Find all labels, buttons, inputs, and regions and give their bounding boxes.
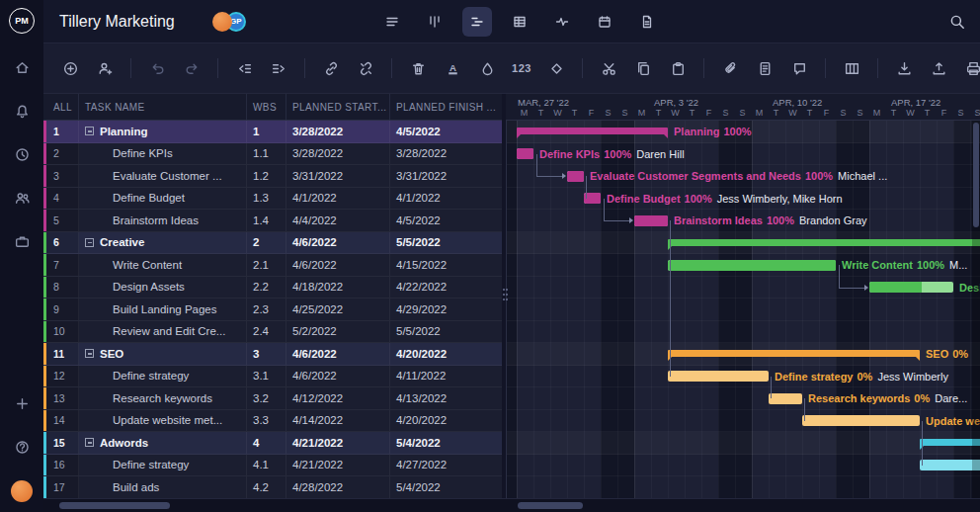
delete-icon[interactable]	[405, 55, 431, 81]
outdent-icon[interactable]	[231, 55, 257, 81]
wbs-cell: 1.1	[247, 143, 286, 165]
number-format-icon[interactable]: 123	[509, 55, 534, 81]
paste-icon[interactable]	[665, 55, 691, 81]
member-avatar[interactable]	[212, 12, 232, 32]
pane-splitter[interactable]	[502, 94, 506, 499]
table-row[interactable]: 4Define Budget1.34/1/20224/1/2022	[43, 188, 506, 211]
redo-icon[interactable]	[179, 55, 204, 81]
milestone-icon[interactable]	[543, 55, 569, 81]
table-row[interactable]: 6Creative24/6/20225/5/2022	[43, 232, 506, 255]
header-all[interactable]: ALL	[43, 94, 79, 120]
gantt-hscroll-thumb[interactable]	[518, 502, 583, 509]
activity-view-icon[interactable]	[547, 7, 577, 37]
table-row[interactable]: 9Build Landing Pages2.34/25/20224/29/202…	[43, 299, 506, 321]
notes-icon[interactable]	[752, 55, 777, 81]
task-bar[interactable]	[668, 371, 769, 382]
help-icon[interactable]	[10, 435, 34, 459]
add-task-icon[interactable]	[57, 55, 83, 81]
task-bar[interactable]	[517, 148, 533, 159]
dependency-line	[804, 398, 805, 421]
calendar-view-icon[interactable]	[590, 7, 619, 37]
table-row[interactable]: 16Define strategy4.14/21/20224/27/2022	[43, 455, 506, 477]
table-row[interactable]: 15Adwords44/21/20225/4/2022	[43, 432, 506, 455]
list-view-icon[interactable]	[377, 7, 407, 37]
summary-bar[interactable]	[920, 439, 980, 446]
summary-bar[interactable]	[668, 239, 980, 246]
team-icon[interactable]	[10, 186, 34, 210]
summary-bar[interactable]	[668, 350, 920, 357]
table-row[interactable]: 7Write Content2.14/6/20224/15/2022	[43, 254, 506, 277]
day-letter: W	[667, 108, 684, 118]
export-icon[interactable]	[926, 55, 951, 81]
header-task-name[interactable]: TASK NAME	[79, 94, 247, 120]
table-row[interactable]: 2Define KPIs1.13/28/20223/28/2022	[43, 143, 506, 166]
task-name-cell: Adwords	[79, 432, 247, 454]
print-icon[interactable]	[960, 55, 980, 81]
cut-icon[interactable]	[596, 55, 621, 81]
gantt-view-icon[interactable]	[462, 7, 492, 37]
task-bar[interactable]	[869, 282, 953, 293]
table-row[interactable]: 8Design Assets2.24/18/20224/22/2022	[43, 277, 506, 299]
collapse-icon[interactable]	[85, 349, 94, 358]
task-bar[interactable]	[634, 215, 668, 226]
row-number-cell: 9	[43, 299, 79, 320]
add-icon[interactable]	[10, 391, 34, 415]
summary-bar[interactable]	[517, 128, 668, 134]
collapse-icon[interactable]	[85, 238, 94, 247]
table-row[interactable]: 10Review and Edit Cre...2.45/2/20225/5/2…	[43, 321, 506, 344]
columns-icon[interactable]	[839, 55, 864, 81]
header-planned-finish[interactable]: PLANNED FINISH ...	[390, 94, 506, 120]
table-row[interactable]: 13Research keywords3.24/12/20224/13/2022	[43, 387, 506, 410]
task-bar[interactable]	[668, 260, 836, 271]
copy-icon[interactable]	[630, 55, 656, 81]
task-progress	[634, 215, 668, 226]
table-hscroll-thumb[interactable]	[59, 502, 170, 509]
task-progress	[668, 260, 836, 271]
comment-icon[interactable]	[786, 55, 812, 81]
home-icon[interactable]	[10, 55, 34, 79]
table-row[interactable]: 11SEO34/6/20224/20/2022	[43, 343, 506, 366]
table-row[interactable]: 12Define strategy3.14/6/20224/11/2022	[43, 366, 506, 388]
row-gridline	[507, 320, 980, 321]
import-icon[interactable]	[891, 55, 917, 81]
header-planned-start[interactable]: PLANNED START...	[286, 94, 390, 120]
user-avatar[interactable]	[11, 480, 33, 502]
files-view-icon[interactable]	[632, 7, 662, 37]
row-number-cell: 1	[43, 121, 79, 142]
task-bar[interactable]	[567, 171, 584, 182]
collapse-icon[interactable]	[85, 127, 94, 135]
search-icon[interactable]	[948, 13, 966, 31]
table-row[interactable]: 17Build ads4.24/28/20225/4/2022	[43, 476, 506, 499]
splitter-handle-icon[interactable]	[503, 289, 505, 291]
day-letter: F	[700, 108, 717, 118]
planned-finish-cell: 4/1/2022	[390, 188, 506, 210]
table-row[interactable]: 5Brainstorm Ideas1.44/4/20224/5/2022	[43, 210, 506, 232]
indent-icon[interactable]	[266, 55, 291, 81]
header-wbs[interactable]: WBS	[247, 94, 286, 120]
board-view-icon[interactable]	[420, 7, 449, 37]
unlink-tasks-icon[interactable]	[353, 55, 378, 81]
sheet-view-icon[interactable]	[505, 7, 534, 37]
attach-icon[interactable]	[717, 55, 743, 81]
table-row[interactable]: 3Evaluate Customer ...1.23/31/20223/31/2…	[43, 165, 506, 188]
vertical-scrollbar-thumb[interactable]	[973, 123, 979, 227]
notifications-bell-icon[interactable]	[10, 99, 34, 123]
table-row[interactable]: 1Planning13/28/20224/5/2022	[43, 121, 506, 143]
link-tasks-icon[interactable]	[318, 55, 344, 81]
assign-user-icon[interactable]	[92, 55, 118, 81]
app-logo[interactable]: PM	[9, 8, 35, 34]
task-bar[interactable]	[769, 393, 802, 404]
fill-color-icon[interactable]	[474, 55, 500, 81]
wbs-cell: 1.3	[247, 188, 286, 210]
clock-icon[interactable]	[10, 142, 34, 166]
task-bar[interactable]	[920, 460, 980, 470]
day-letter: S	[600, 108, 616, 118]
month-label: APR, 10 '22	[773, 97, 822, 108]
collapse-icon[interactable]	[85, 438, 94, 447]
task-bar[interactable]	[802, 415, 920, 426]
table-row[interactable]: 14Update website met...3.34/14/20224/20/…	[43, 410, 506, 433]
undo-icon[interactable]	[144, 55, 170, 81]
planned-start-cell: 4/6/2022	[286, 343, 390, 365]
font-color-icon[interactable]: A	[440, 55, 465, 81]
briefcase-icon[interactable]	[10, 229, 34, 253]
